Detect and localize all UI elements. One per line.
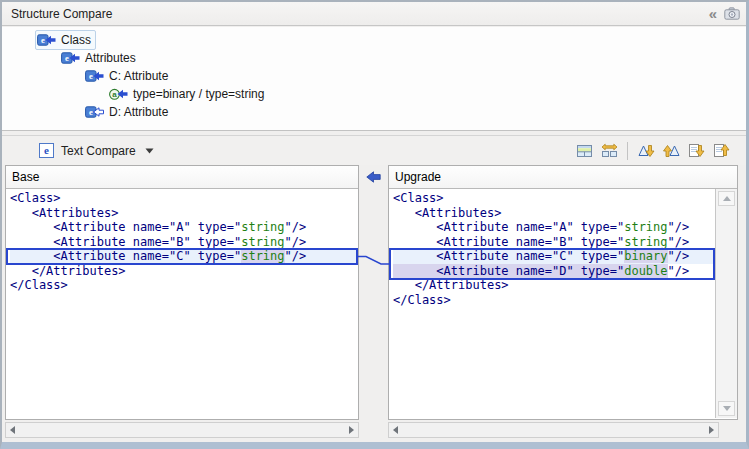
ediff-change-icon: e	[85, 70, 104, 83]
camera-icon[interactable]	[724, 7, 740, 20]
previous-difference-button[interactable]	[660, 140, 682, 162]
tree-item[interactable]: atype=binary / type=string	[2, 85, 746, 103]
previous-difference-icon	[663, 143, 680, 159]
two-pane-layout-button[interactable]	[573, 140, 595, 162]
tree-item-label: D: Attribute	[109, 103, 168, 121]
code-line: <Attributes>	[393, 206, 715, 221]
upgrade-code-editor[interactable]: <Class> <Attributes> <Attribute name="A"…	[389, 189, 715, 418]
code-line: <Attribute name="C" type="binary"/>	[393, 249, 715, 264]
svg-text:e: e	[89, 107, 93, 117]
scroll-left-icon[interactable]	[10, 426, 15, 434]
tree-item[interactable]: eAttributes	[2, 49, 746, 67]
code-line: </Class>	[10, 278, 358, 293]
upgrade-pane: Upgrade <Class> <Attributes> <Attribute …	[388, 165, 738, 420]
base-code-editor[interactable]: <Class> <Attributes> <Attribute name="A"…	[6, 189, 358, 418]
tree-item-label: type=binary / type=string	[133, 85, 264, 103]
scroll-up-button[interactable]	[718, 191, 735, 206]
text-compare-title: Text Compare	[61, 144, 136, 158]
base-horizontal-scrollbar[interactable]	[5, 422, 359, 438]
svg-text:e: e	[89, 71, 93, 81]
svg-text:e: e	[44, 144, 49, 156]
text-compare-header: e Text Compare	[2, 135, 746, 165]
code-line: <Attribute name="A" type="string"/>	[10, 220, 358, 235]
tree-item-label: Class	[61, 31, 91, 49]
next-difference-button[interactable]	[635, 140, 657, 162]
svg-text:a: a	[112, 90, 117, 99]
e-badge-icon: e	[39, 143, 54, 158]
compare-editor-window: Structure Compare « eClasseAttributeseC:…	[0, 0, 749, 449]
double-chevron-left-icon[interactable]: «	[709, 7, 716, 21]
chevron-down-icon[interactable]	[145, 148, 154, 154]
structure-compare-header: Structure Compare «	[2, 2, 746, 26]
next-difference-icon	[638, 143, 655, 159]
swap-icon	[601, 143, 618, 159]
previous-change-button[interactable]	[710, 140, 732, 162]
svg-text:e: e	[65, 53, 69, 63]
text-compare-toolbar	[573, 140, 732, 162]
upgrade-horizontal-scrollbar[interactable]	[388, 422, 719, 438]
code-line: </Class>	[393, 293, 715, 308]
triangle-down-icon	[723, 406, 731, 411]
code-line: <Attribute name="A" type="string"/>	[393, 220, 715, 235]
next-change-icon	[688, 143, 705, 159]
code-line: </Attributes>	[10, 264, 358, 279]
triangle-up-icon	[723, 196, 731, 201]
svg-text:e: e	[41, 35, 45, 45]
structure-compare-title: Structure Compare	[11, 7, 112, 21]
next-change-button[interactable]	[685, 140, 707, 162]
code-line: <Class>	[10, 191, 358, 206]
blue-left-arrow-icon[interactable]	[366, 171, 381, 183]
upgrade-pane-header: Upgrade	[389, 166, 737, 189]
base-pane: Base <Class> <Attributes> <Attribute nam…	[5, 165, 359, 420]
structure-compare-actions: «	[709, 7, 740, 21]
compare-body: Base <Class> <Attributes> <Attribute nam…	[5, 165, 738, 420]
scroll-right-icon[interactable]	[349, 426, 354, 434]
ediff-change-icon: e	[37, 34, 56, 47]
code-line: <Attributes>	[10, 206, 358, 221]
tree-item[interactable]: eClass	[2, 31, 746, 49]
scroll-left-icon[interactable]	[393, 426, 398, 434]
code-line: <Attribute name="B" type="string"/>	[10, 235, 358, 250]
scroll-right-icon[interactable]	[709, 426, 714, 434]
diff-gutter	[359, 165, 388, 420]
code-line: </Attributes>	[393, 278, 715, 293]
scroll-down-button[interactable]	[718, 401, 735, 416]
previous-change-icon	[713, 143, 730, 159]
structure-tree: eClasseAttributeseC: Attributeatype=bina…	[2, 27, 746, 131]
code-line: <Attribute name="C" type="string"/>	[10, 249, 358, 264]
toolbar-separator	[627, 142, 628, 160]
layout-icon	[576, 143, 593, 159]
tree-item-label: C: Attribute	[109, 67, 168, 85]
tree-item-label: Attributes	[85, 49, 136, 67]
ediff-change-icon: e	[61, 52, 80, 65]
code-line: <Attribute name="D" type="double"/>	[393, 264, 715, 279]
tree-item[interactable]: eD: Attribute	[2, 103, 746, 121]
swap-left-right-button[interactable]	[598, 140, 620, 162]
base-pane-header: Base	[6, 166, 358, 189]
ediff-add-icon: e	[85, 106, 104, 119]
vertical-scrollbar[interactable]	[715, 189, 737, 418]
code-line: <Class>	[393, 191, 715, 206]
attribute-change-icon: a	[109, 88, 128, 101]
code-line: <Attribute name="B" type="string"/>	[393, 235, 715, 250]
tree-item[interactable]: eC: Attribute	[2, 67, 746, 85]
